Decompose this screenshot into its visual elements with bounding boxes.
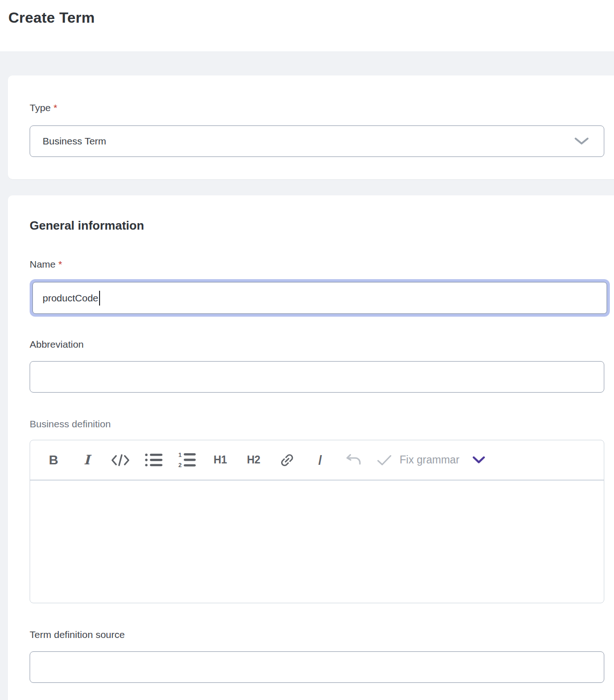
bullet-list-button[interactable] — [143, 448, 164, 472]
required-asterisk: * — [54, 102, 57, 113]
name-input[interactable]: productCode — [32, 282, 607, 314]
italic-label: I — [84, 452, 90, 468]
required-asterisk: * — [58, 259, 62, 269]
editor-toolbar: B I — [30, 440, 604, 481]
code-icon — [111, 454, 130, 467]
bold-button[interactable]: B — [43, 448, 64, 472]
type-select-value: Business Term — [43, 136, 106, 147]
bullet-list-icon — [145, 453, 163, 467]
section-heading: General information — [30, 219, 614, 233]
heading1-label: H1 — [213, 454, 226, 466]
heading1-button[interactable]: H1 — [210, 448, 231, 472]
abbreviation-field-group: Abbreviation — [30, 339, 614, 393]
term-definition-source-input[interactable] — [30, 651, 604, 683]
business-definition-field-group: Business definition B I — [30, 419, 614, 603]
type-label: Type* — [30, 102, 614, 113]
svg-text:2: 2 — [178, 462, 182, 468]
page-title: Create Term — [8, 7, 614, 28]
chevron-down-icon — [574, 138, 589, 145]
page-header: Create Term — [0, 0, 614, 52]
numbered-list-icon: 1 2 — [178, 452, 196, 468]
name-label-text: Name — [30, 259, 56, 269]
name-input-focus-ring: productCode — [30, 279, 610, 317]
text-cursor — [99, 291, 100, 306]
business-definition-label: Business definition — [30, 419, 614, 430]
link-icon — [279, 452, 295, 469]
fix-grammar-label: Fix grammar — [400, 454, 459, 466]
undo-button[interactable] — [343, 448, 364, 472]
term-definition-source-label: Term definition source — [30, 629, 614, 640]
business-definition-editor: B I — [30, 440, 604, 603]
name-label: Name* — [30, 259, 614, 270]
svg-text:1: 1 — [178, 452, 182, 458]
italic-button[interactable]: I — [76, 448, 97, 472]
slash-label: / — [319, 453, 322, 468]
name-input-value: productCode — [43, 293, 98, 304]
slash-command-button[interactable]: / — [310, 448, 331, 472]
check-icon — [376, 454, 392, 466]
heading2-button[interactable]: H2 — [243, 448, 264, 472]
heading2-label: H2 — [247, 454, 260, 466]
bold-label: B — [49, 453, 58, 468]
term-definition-source-field-group: Term definition source — [30, 629, 614, 683]
abbreviation-label: Abbreviation — [30, 339, 614, 350]
general-information-card: General information Name* productCode Ab… — [8, 195, 614, 700]
grammar-chevron-down-icon[interactable] — [472, 456, 485, 464]
link-button[interactable] — [276, 448, 297, 472]
business-definition-content[interactable] — [30, 481, 604, 603]
abbreviation-input[interactable] — [30, 361, 604, 393]
type-card: Type* Business Term — [8, 75, 614, 179]
fix-grammar-button[interactable]: Fix grammar — [376, 448, 459, 472]
numbered-list-button[interactable]: 1 2 — [176, 448, 197, 472]
type-select[interactable]: Business Term — [30, 125, 604, 157]
undo-icon — [345, 453, 362, 467]
name-field-group: Name* productCode — [30, 259, 614, 317]
code-button[interactable] — [110, 448, 131, 472]
type-label-text: Type — [30, 102, 51, 113]
